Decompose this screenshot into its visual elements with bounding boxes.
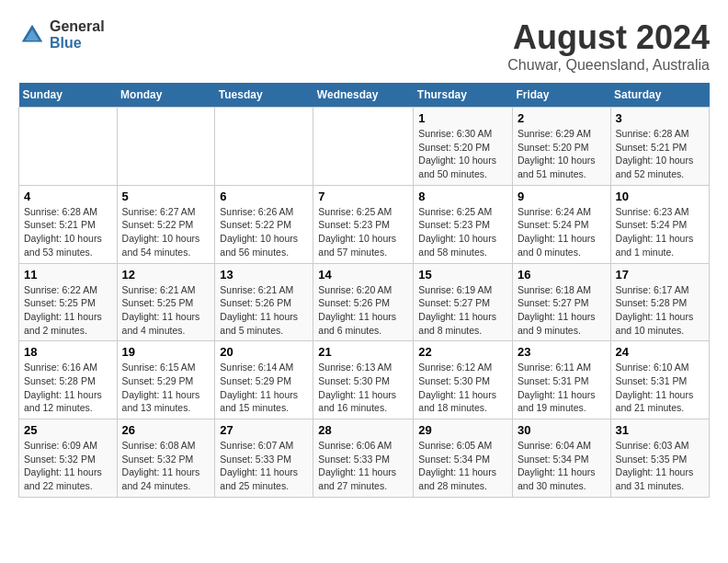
day-info: Sunrise: 6:11 AMSunset: 5:31 PMDaylight:… (518, 361, 606, 415)
header-cell-thursday: Thursday (414, 83, 513, 108)
day-info: Sunrise: 6:04 AMSunset: 5:34 PMDaylight:… (518, 439, 606, 493)
day-cell: 1Sunrise: 6:30 AMSunset: 5:20 PMDaylight… (414, 108, 513, 186)
day-number: 21 (318, 345, 408, 359)
header-cell-tuesday: Tuesday (215, 83, 313, 108)
day-info: Sunrise: 6:21 AMSunset: 5:25 PMDaylight:… (122, 283, 210, 338)
day-info: Sunrise: 6:20 AMSunset: 5:26 PMDaylight:… (318, 283, 408, 338)
day-info: Sunrise: 6:25 AMSunset: 5:23 PMDaylight:… (318, 205, 408, 259)
day-number: 2 (518, 111, 606, 125)
day-number: 28 (318, 423, 408, 437)
main-title: August 2024 (507, 18, 710, 57)
day-number: 1 (418, 111, 507, 125)
day-info: Sunrise: 6:21 AMSunset: 5:26 PMDaylight:… (220, 283, 308, 338)
day-info: Sunrise: 6:15 AMSunset: 5:29 PMDaylight:… (122, 361, 210, 415)
calendar-table: SundayMondayTuesdayWednesdayThursdayFrid… (18, 83, 710, 498)
header: General Blue August 2024 Chuwar, Queensl… (18, 18, 710, 74)
day-cell: 27Sunrise: 6:07 AMSunset: 5:33 PMDayligh… (215, 419, 313, 498)
day-number: 5 (122, 190, 210, 203)
day-info: Sunrise: 6:28 AMSunset: 5:21 PMDaylight:… (24, 205, 112, 259)
day-info: Sunrise: 6:12 AMSunset: 5:30 PMDaylight:… (418, 361, 507, 415)
day-cell (215, 108, 313, 186)
day-number: 19 (122, 345, 210, 359)
day-info: Sunrise: 6:10 AMSunset: 5:31 PMDaylight:… (616, 361, 704, 415)
logo-icon (18, 21, 46, 49)
day-info: Sunrise: 6:03 AMSunset: 5:35 PMDaylight:… (616, 439, 704, 493)
title-area: August 2024 Chuwar, Queensland, Australi… (507, 18, 710, 74)
day-number: 25 (24, 423, 112, 437)
week-row-3: 11Sunrise: 6:22 AMSunset: 5:25 PMDayligh… (19, 263, 710, 341)
day-cell: 5Sunrise: 6:27 AMSunset: 5:22 PMDaylight… (117, 185, 215, 263)
day-cell: 2Sunrise: 6:29 AMSunset: 5:20 PMDaylight… (512, 108, 610, 186)
logo-general-text: General (50, 18, 105, 35)
day-number: 16 (518, 268, 606, 282)
logo-blue-text: Blue (50, 35, 105, 52)
logo-text: General Blue (50, 18, 105, 51)
day-cell (117, 108, 215, 186)
week-row-2: 4Sunrise: 6:28 AMSunset: 5:21 PMDaylight… (19, 185, 710, 263)
day-number: 10 (616, 190, 704, 203)
day-number: 14 (318, 268, 408, 282)
day-info: Sunrise: 6:14 AMSunset: 5:29 PMDaylight:… (220, 361, 308, 415)
day-number: 8 (418, 190, 507, 203)
day-number: 4 (24, 190, 112, 203)
day-cell: 10Sunrise: 6:23 AMSunset: 5:24 PMDayligh… (610, 185, 709, 263)
header-row: SundayMondayTuesdayWednesdayThursdayFrid… (19, 83, 710, 108)
day-info: Sunrise: 6:08 AMSunset: 5:32 PMDaylight:… (122, 439, 210, 493)
day-number: 13 (220, 268, 308, 282)
day-info: Sunrise: 6:06 AMSunset: 5:33 PMDaylight:… (318, 439, 408, 493)
day-info: Sunrise: 6:25 AMSunset: 5:23 PMDaylight:… (418, 205, 507, 259)
day-cell: 24Sunrise: 6:10 AMSunset: 5:31 PMDayligh… (610, 341, 709, 419)
day-cell: 22Sunrise: 6:12 AMSunset: 5:30 PMDayligh… (414, 341, 513, 419)
day-cell: 4Sunrise: 6:28 AMSunset: 5:21 PMDaylight… (19, 185, 118, 263)
day-cell: 23Sunrise: 6:11 AMSunset: 5:31 PMDayligh… (512, 341, 610, 419)
day-number: 6 (220, 190, 308, 203)
day-info: Sunrise: 6:07 AMSunset: 5:33 PMDaylight:… (220, 439, 308, 493)
header-cell-saturday: Saturday (610, 83, 709, 108)
day-cell: 17Sunrise: 6:17 AMSunset: 5:28 PMDayligh… (610, 263, 709, 341)
day-number: 23 (518, 345, 606, 359)
day-info: Sunrise: 6:26 AMSunset: 5:22 PMDaylight:… (220, 205, 308, 259)
day-info: Sunrise: 6:24 AMSunset: 5:24 PMDaylight:… (518, 205, 606, 259)
day-info: Sunrise: 6:09 AMSunset: 5:32 PMDaylight:… (24, 439, 112, 493)
header-cell-sunday: Sunday (19, 83, 118, 108)
day-cell: 20Sunrise: 6:14 AMSunset: 5:29 PMDayligh… (215, 341, 313, 419)
day-cell: 31Sunrise: 6:03 AMSunset: 5:35 PMDayligh… (610, 419, 709, 498)
week-row-4: 18Sunrise: 6:16 AMSunset: 5:28 PMDayligh… (19, 341, 710, 419)
day-number: 17 (616, 268, 704, 282)
day-info: Sunrise: 6:27 AMSunset: 5:22 PMDaylight:… (122, 205, 210, 259)
day-number: 24 (616, 345, 704, 359)
day-cell: 26Sunrise: 6:08 AMSunset: 5:32 PMDayligh… (117, 419, 215, 498)
day-number: 3 (616, 111, 704, 125)
day-cell: 15Sunrise: 6:19 AMSunset: 5:27 PMDayligh… (414, 263, 513, 341)
day-number: 15 (418, 268, 507, 282)
day-cell: 19Sunrise: 6:15 AMSunset: 5:29 PMDayligh… (117, 341, 215, 419)
day-cell: 9Sunrise: 6:24 AMSunset: 5:24 PMDaylight… (512, 185, 610, 263)
header-cell-monday: Monday (117, 83, 215, 108)
week-row-5: 25Sunrise: 6:09 AMSunset: 5:32 PMDayligh… (19, 419, 710, 498)
day-number: 11 (24, 268, 112, 282)
day-number: 27 (220, 423, 308, 437)
day-cell: 21Sunrise: 6:13 AMSunset: 5:30 PMDayligh… (313, 341, 414, 419)
day-info: Sunrise: 6:22 AMSunset: 5:25 PMDaylight:… (24, 283, 112, 338)
day-cell: 30Sunrise: 6:04 AMSunset: 5:34 PMDayligh… (512, 419, 610, 498)
logo: General Blue (18, 18, 105, 51)
header-cell-wednesday: Wednesday (313, 83, 414, 108)
day-number: 22 (418, 345, 507, 359)
day-number: 12 (122, 268, 210, 282)
day-number: 29 (418, 423, 507, 437)
day-cell (313, 108, 414, 186)
day-cell: 3Sunrise: 6:28 AMSunset: 5:21 PMDaylight… (610, 108, 709, 186)
day-cell: 18Sunrise: 6:16 AMSunset: 5:28 PMDayligh… (19, 341, 118, 419)
day-info: Sunrise: 6:18 AMSunset: 5:27 PMDaylight:… (518, 283, 606, 338)
day-number: 18 (24, 345, 112, 359)
week-row-1: 1Sunrise: 6:30 AMSunset: 5:20 PMDaylight… (19, 108, 710, 186)
day-number: 20 (220, 345, 308, 359)
day-cell: 25Sunrise: 6:09 AMSunset: 5:32 PMDayligh… (19, 419, 118, 498)
day-info: Sunrise: 6:13 AMSunset: 5:30 PMDaylight:… (318, 361, 408, 415)
day-cell: 6Sunrise: 6:26 AMSunset: 5:22 PMDaylight… (215, 185, 313, 263)
day-info: Sunrise: 6:30 AMSunset: 5:20 PMDaylight:… (418, 127, 507, 181)
day-info: Sunrise: 6:05 AMSunset: 5:34 PMDaylight:… (418, 439, 507, 493)
day-number: 31 (616, 423, 704, 437)
header-cell-friday: Friday (512, 83, 610, 108)
day-number: 7 (318, 190, 408, 203)
